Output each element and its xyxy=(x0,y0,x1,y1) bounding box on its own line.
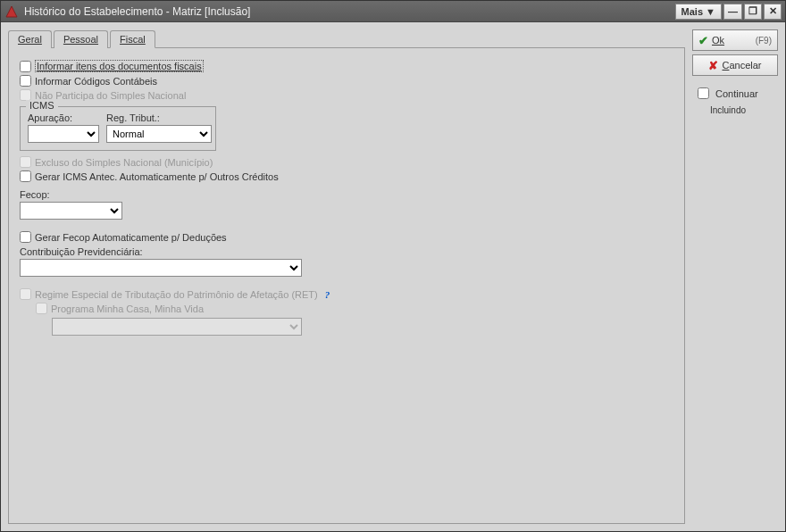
checkbox-ret-row: Regime Especial de Tributação do Patrimô… xyxy=(20,288,673,300)
label-informar-itens: Informar itens dos documentos fiscais xyxy=(35,60,204,72)
checkbox-excluso-simples-row: Excluso do Simples Nacional (Município) xyxy=(20,156,673,168)
checkbox-informar-itens-row: Informar itens dos documentos fiscais xyxy=(20,60,673,72)
continuar-subtext: Incluindo xyxy=(692,105,778,115)
label-gerar-icms-antec: Gerar ICMS Antec. Automaticamente p/ Out… xyxy=(35,171,279,182)
label-ret: Regime Especial de Tributação do Patrimô… xyxy=(35,289,318,300)
checkbox-minha-casa xyxy=(36,303,47,314)
label-informar-codigos: Informar Códigos Contábeis xyxy=(35,76,157,87)
checkbox-gerar-icms-antec[interactable] xyxy=(20,170,31,182)
tab-geral[interactable]: Geral xyxy=(8,30,52,48)
checkbox-minha-casa-row: Programa Minha Casa, Minha Vida xyxy=(36,303,673,314)
cancel-button[interactable]: ✘ Cancelar xyxy=(692,54,778,76)
label-fecop: Fecop: xyxy=(20,189,673,200)
label-gerar-fecop: Gerar Fecop Automaticamente p/ Deduções xyxy=(35,232,227,243)
ok-label: Ok xyxy=(712,35,724,46)
select-contribuicao[interactable] xyxy=(20,259,302,277)
window-title: Histórico do Estabelecimento - Matriz [I… xyxy=(24,5,675,18)
tab-fiscal[interactable]: Fiscal xyxy=(110,30,155,48)
select-apuracao[interactable] xyxy=(28,125,99,143)
close-button[interactable]: ✕ xyxy=(764,4,782,20)
main-panel: Geral Pessoal Fiscal Informar itens dos … xyxy=(8,29,685,524)
fieldset-icms: ICMS Apuração: Reg. Tribut.: Normal xyxy=(20,106,216,151)
minha-casa-select-row xyxy=(52,318,673,336)
tab-content-fiscal: Informar itens dos documentos fiscais In… xyxy=(8,47,685,524)
ok-button[interactable]: ✔ Ok (F9) xyxy=(692,29,778,51)
checkbox-gerar-fecop-row: Gerar Fecop Automaticamente p/ Deduções xyxy=(20,231,673,243)
apuracao-col: Apuração: xyxy=(28,112,99,143)
cancel-label: Cancelar xyxy=(722,60,761,71)
cancel-icon: ✘ xyxy=(708,59,718,72)
label-reg-tribut: Reg. Tribut.: xyxy=(106,112,212,123)
side-panel: ✔ Ok (F9) ✘ Cancelar Continuar Incluindo xyxy=(692,29,778,524)
legend-icms: ICMS xyxy=(26,100,58,111)
select-reg-tribut[interactable]: Normal xyxy=(106,125,212,143)
label-nao-participa-simples: Não Participa do Simples Nacional xyxy=(35,90,186,101)
titlebar: Histórico do Estabelecimento - Matriz [I… xyxy=(1,1,785,22)
titlebar-buttons: Mais ▼ — ❐ ✕ xyxy=(675,4,782,20)
minimize-button[interactable]: — xyxy=(723,4,742,20)
label-minha-casa: Programa Minha Casa, Minha Vida xyxy=(51,303,204,314)
checkbox-ret xyxy=(20,288,31,300)
ok-shortcut: (F9) xyxy=(756,36,772,46)
label-apuracao: Apuração: xyxy=(28,112,99,123)
checkbox-continuar[interactable] xyxy=(698,87,709,99)
select-fecop[interactable] xyxy=(20,202,122,220)
select-minha-casa xyxy=(52,318,302,336)
maximize-button[interactable]: ❐ xyxy=(744,4,762,20)
mais-dropdown-button[interactable]: Mais ▼ xyxy=(675,4,722,20)
help-icon[interactable]: ? xyxy=(325,289,330,300)
checkbox-nao-participa-simples-row: Não Participa do Simples Nacional xyxy=(20,89,673,101)
tabs: Geral Pessoal Fiscal xyxy=(8,30,685,48)
main-window: Histórico do Estabelecimento - Matriz [I… xyxy=(0,0,786,532)
checkbox-gerar-icms-antec-row: Gerar ICMS Antec. Automaticamente p/ Out… xyxy=(20,170,673,182)
checkbox-gerar-fecop[interactable] xyxy=(20,231,31,243)
continuar-row: Continuar xyxy=(692,85,778,102)
label-excluso-simples: Excluso do Simples Nacional (Município) xyxy=(35,157,213,168)
checkbox-excluso-simples xyxy=(20,156,31,168)
check-icon: ✔ xyxy=(698,34,708,47)
reg-tribut-col: Reg. Tribut.: Normal xyxy=(106,112,212,143)
checkbox-informar-codigos[interactable] xyxy=(20,75,31,87)
label-continuar: Continuar xyxy=(715,88,758,99)
window-body: Geral Pessoal Fiscal Informar itens dos … xyxy=(1,22,785,531)
label-contribuicao: Contribuição Previdenciária: xyxy=(20,246,673,257)
checkbox-informar-codigos-row: Informar Códigos Contábeis xyxy=(20,75,673,87)
icms-field-row: Apuração: Reg. Tribut.: Normal xyxy=(28,112,208,143)
app-icon xyxy=(4,4,19,19)
checkbox-informar-itens[interactable] xyxy=(20,61,31,72)
tab-pessoal[interactable]: Pessoal xyxy=(54,30,108,48)
